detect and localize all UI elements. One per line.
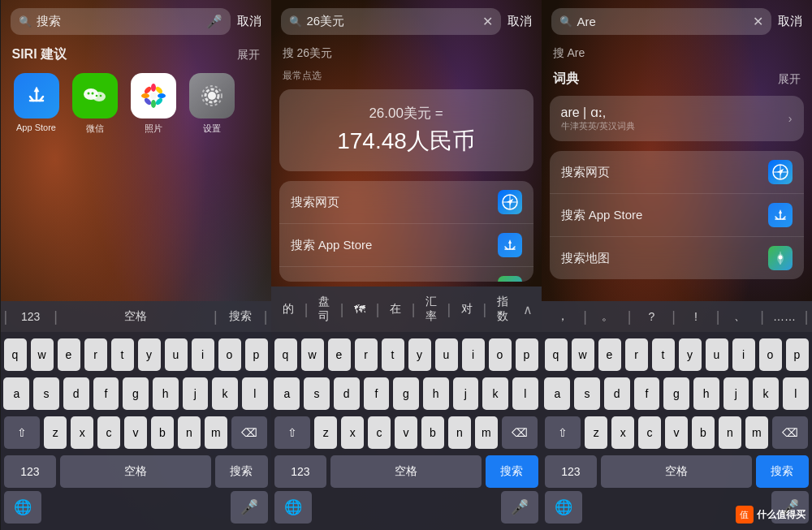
- key2-b[interactable]: b: [421, 416, 444, 449]
- sug-2-de[interactable]: 的: [274, 300, 303, 318]
- search-input-wrap-3[interactable]: 🔍 Are ✕: [551, 8, 771, 35]
- key2-w[interactable]: w: [301, 338, 324, 371]
- key3-l[interactable]: l: [783, 377, 809, 410]
- key2-y[interactable]: y: [408, 338, 431, 371]
- key3-g[interactable]: g: [663, 377, 689, 410]
- key-b[interactable]: b: [151, 416, 174, 449]
- key-p[interactable]: p: [245, 338, 268, 371]
- key2-shift[interactable]: ⇧: [274, 416, 311, 449]
- key2-c[interactable]: c: [368, 416, 391, 449]
- key3-k[interactable]: k: [753, 377, 779, 410]
- key2-h[interactable]: h: [423, 377, 449, 410]
- key2-i[interactable]: i: [462, 338, 485, 371]
- suggestion-1b[interactable]: 空格: [59, 308, 212, 325]
- key3-e[interactable]: e: [598, 338, 621, 371]
- key2-delete[interactable]: ⌫: [502, 416, 538, 449]
- key3-s[interactable]: s: [574, 377, 600, 410]
- key3-m[interactable]: m: [745, 416, 768, 449]
- key3-b[interactable]: b: [692, 416, 715, 449]
- dict-card[interactable]: are | ɑː, 牛津英英/英汉词典 ›: [550, 96, 804, 141]
- key-z[interactable]: z: [44, 416, 67, 449]
- search-input-wrap-1[interactable]: 🔍 搜索 🎤: [11, 8, 231, 35]
- result-row-2-1[interactable]: 搜索 App Store: [279, 224, 533, 267]
- key-n[interactable]: n: [178, 416, 201, 449]
- key2-search[interactable]: 搜索: [486, 455, 538, 488]
- key-x[interactable]: x: [71, 416, 93, 449]
- key3-t[interactable]: t: [652, 338, 675, 371]
- key2-globe[interactable]: 🌐: [274, 491, 312, 524]
- key3-shift[interactable]: ⇧: [545, 416, 581, 449]
- mic-icon-1[interactable]: 🎤: [206, 14, 222, 29]
- key3-h[interactable]: h: [693, 377, 719, 410]
- key2-m[interactable]: m: [475, 416, 498, 449]
- key-j[interactable]: j: [183, 377, 209, 410]
- key-h[interactable]: h: [153, 377, 179, 410]
- key-f[interactable]: f: [93, 377, 119, 410]
- key-e[interactable]: e: [58, 338, 80, 371]
- key-space-1[interactable]: 空格: [60, 455, 210, 488]
- app-item-photos[interactable]: 照片: [131, 73, 176, 135]
- sug-2-dui[interactable]: 对: [452, 300, 481, 318]
- key-l[interactable]: l: [242, 377, 268, 410]
- sug-expand-2[interactable]: ∧: [518, 302, 538, 317]
- app-item-wechat[interactable]: 微信: [72, 73, 118, 135]
- key2-k[interactable]: k: [482, 377, 508, 410]
- sug-3-5[interactable]: ……: [766, 308, 803, 325]
- key2-r[interactable]: r: [355, 338, 378, 371]
- key-a[interactable]: a: [3, 377, 29, 410]
- key-v[interactable]: v: [124, 416, 147, 449]
- dict-chevron[interactable]: ›: [788, 112, 793, 125]
- key2-v[interactable]: v: [395, 416, 417, 449]
- result-row-2-2[interactable]: 搜索地图: [279, 267, 533, 282]
- key2-a[interactable]: a: [274, 377, 300, 410]
- key2-d[interactable]: d: [334, 377, 360, 410]
- key3-q[interactable]: q: [545, 338, 568, 371]
- key2-s[interactable]: s: [304, 377, 330, 410]
- key2-o[interactable]: o: [489, 338, 512, 371]
- key3-v[interactable]: v: [665, 416, 688, 449]
- key3-x[interactable]: x: [611, 416, 634, 449]
- sug-2-hui[interactable]: 汇率: [417, 293, 445, 325]
- key2-mic[interactable]: 🎤: [501, 491, 538, 524]
- sug-2-pan[interactable]: 盘司: [309, 293, 338, 325]
- key2-num[interactable]: 123: [274, 455, 327, 488]
- clear-btn-2[interactable]: ✕: [482, 14, 493, 29]
- app-item-settings[interactable]: 设置: [189, 73, 235, 135]
- key-mic-1[interactable]: 🎤: [231, 491, 268, 524]
- key3-space[interactable]: 空格: [601, 455, 751, 488]
- dict-row[interactable]: are | ɑː, 牛津英英/英汉词典 ›: [550, 96, 804, 141]
- key3-globe[interactable]: 🌐: [545, 491, 582, 524]
- cancel-btn-3[interactable]: 取消: [778, 14, 802, 29]
- sug-3-0[interactable]: ，: [545, 308, 582, 325]
- result-row-3-0[interactable]: 搜索网页: [550, 151, 804, 194]
- sug-2-zhi[interactable]: 指数: [488, 293, 516, 325]
- sug-3-3[interactable]: !: [677, 308, 715, 325]
- result-row-3-1[interactable]: 搜索 App Store: [550, 194, 804, 237]
- key2-n[interactable]: n: [448, 416, 471, 449]
- key3-u[interactable]: u: [706, 338, 728, 371]
- key-i[interactable]: i: [192, 338, 214, 371]
- key3-y[interactable]: y: [679, 338, 702, 371]
- key3-j[interactable]: j: [723, 377, 749, 410]
- key3-c[interactable]: c: [638, 416, 661, 449]
- result-row-2-0[interactable]: 搜索网页: [279, 181, 533, 224]
- key3-o[interactable]: o: [759, 338, 782, 371]
- search-hint-3[interactable]: 搜 Are: [542, 41, 812, 66]
- suggestion-1c[interactable]: 搜索: [219, 308, 262, 325]
- key3-z[interactable]: z: [585, 416, 607, 449]
- search-input-wrap-2[interactable]: 🔍 26美元 ✕: [281, 8, 501, 35]
- key3-num[interactable]: 123: [545, 455, 598, 488]
- key-q[interactable]: q: [4, 338, 27, 371]
- key2-l[interactable]: l: [512, 377, 538, 410]
- key2-z[interactable]: z: [314, 416, 337, 449]
- key-shift[interactable]: ⇧: [4, 416, 41, 449]
- key2-x[interactable]: x: [341, 416, 364, 449]
- key3-delete[interactable]: ⌫: [772, 416, 809, 449]
- key2-p[interactable]: p: [516, 338, 538, 371]
- key2-space[interactable]: 空格: [330, 455, 481, 488]
- sug-2-map[interactable]: 🗺: [345, 301, 374, 317]
- key2-e[interactable]: e: [328, 338, 351, 371]
- key2-f[interactable]: f: [364, 377, 390, 410]
- key2-u[interactable]: u: [435, 338, 458, 371]
- key3-p[interactable]: p: [786, 338, 809, 371]
